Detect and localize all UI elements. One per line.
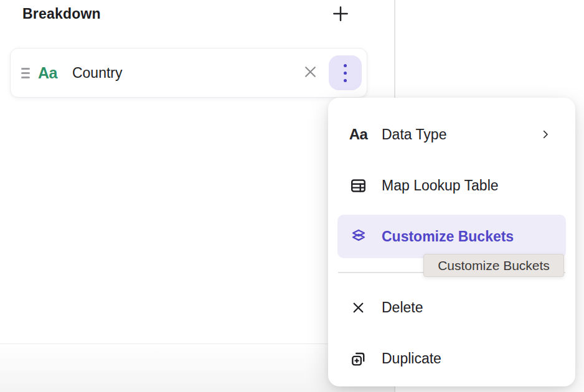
menu-item-label: Duplicate (382, 350, 441, 367)
breakdown-panel: Breakdown Aa Country Aa Data Type (0, 0, 584, 392)
table-icon (348, 177, 369, 195)
menu-item-label: Data Type (382, 126, 446, 143)
menu-item-customize-buckets[interactable]: Customize Buckets (337, 215, 566, 258)
add-breakdown-button[interactable] (328, 2, 353, 27)
field-context-menu: Aa Data Type Map Lookup Table (328, 98, 575, 386)
x-icon (348, 300, 369, 315)
menu-item-label: Customize Buckets (382, 228, 514, 245)
menu-item-label: Delete (382, 299, 423, 316)
x-icon (302, 63, 319, 83)
menu-item-map-lookup-table[interactable]: Map Lookup Table (337, 164, 566, 207)
plus-icon (331, 4, 350, 26)
chevron-right-icon (540, 129, 551, 140)
menu-item-delete[interactable]: Delete (337, 286, 566, 329)
page-title: Breakdown (22, 6, 101, 22)
menu-item-label: Map Lookup Table (382, 177, 499, 194)
text-type-icon: Aa (38, 64, 57, 82)
menu-item-data-type[interactable]: Aa Data Type (337, 113, 566, 156)
kebab-vertical-icon (344, 64, 347, 82)
field-options-button[interactable] (329, 55, 362, 90)
field-label: Country (72, 65, 123, 82)
breakdown-field-card[interactable]: Aa Country (10, 48, 367, 98)
remove-field-button[interactable] (301, 64, 319, 82)
drag-handle-icon[interactable] (21, 68, 30, 78)
customize-buckets-tooltip: Customize Buckets (423, 254, 564, 277)
copy-plus-icon (348, 350, 369, 368)
text-format-icon: Aa (348, 126, 369, 143)
menu-item-duplicate[interactable]: Duplicate (337, 337, 566, 380)
layers-icon (348, 228, 369, 245)
